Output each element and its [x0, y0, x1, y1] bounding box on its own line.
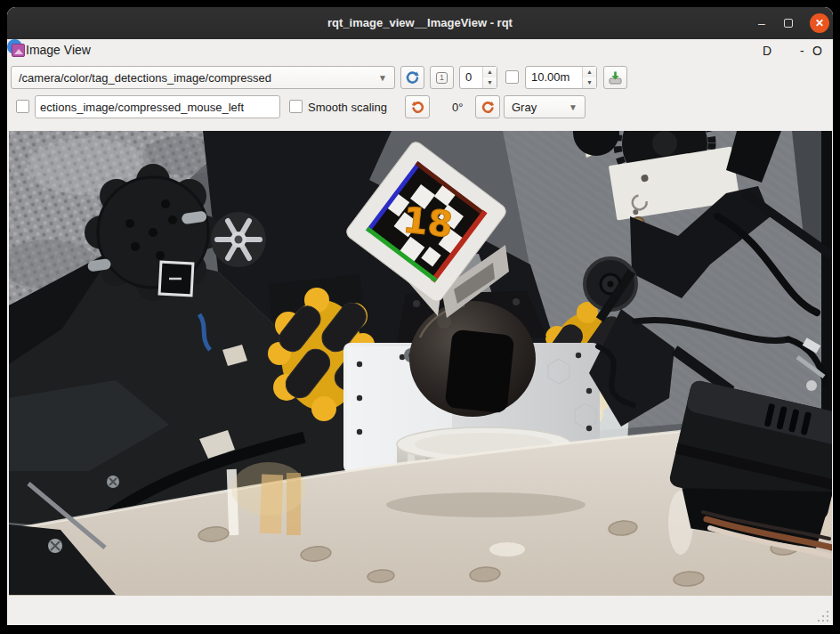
toolbar-row-1: /camera/color/tag_detections_image/compr… [7, 64, 833, 91]
camera-image-canvas[interactable]: 18 [9, 131, 832, 596]
smooth-scaling-checkbox[interactable] [289, 100, 303, 113]
refresh-icon [405, 70, 420, 85]
num-gridlines-spinbox[interactable]: 0 ▲▼ [459, 66, 497, 89]
zoom-100-button[interactable]: 1 [430, 66, 454, 89]
rotate-ccw-button[interactable] [405, 95, 430, 118]
rotate-cw-button[interactable] [475, 95, 500, 118]
save-image-icon [608, 70, 623, 85]
smooth-scaling-label: Smooth scaling [308, 101, 387, 114]
rqt-window: rqt_image_view__ImageView - rqt – ✕ Imag… [7, 7, 833, 625]
minimize-button[interactable]: – [751, 7, 772, 39]
spin-down-button[interactable]: ▼ [483, 77, 497, 88]
color-scheme-value: Gray [512, 101, 563, 114]
plugin-minimize-button[interactable]: - [800, 42, 804, 60]
rotate-cw-icon [481, 100, 496, 115]
dynamic-range-checkbox[interactable] [505, 70, 519, 84]
close-icon: ✕ [810, 13, 829, 33]
max-range-spinbox[interactable]: 10.00m ▲▼ [525, 66, 597, 89]
window-title: rqt_image_view__ImageView - rqt [7, 7, 833, 39]
square-marker [159, 262, 193, 296]
tag-id-overlay: 18 [401, 199, 455, 245]
maximize-icon [784, 19, 793, 28]
max-range-value: 10.00m [526, 67, 582, 88]
minimize-icon: – [758, 16, 765, 30]
plugin-close-button[interactable]: O [812, 42, 822, 60]
plugin-detach-button[interactable]: D [763, 42, 771, 60]
refresh-topics-button[interactable] [400, 66, 424, 89]
plugin-title: Image View [26, 43, 91, 57]
maximize-button[interactable] [778, 7, 799, 39]
star-coupler [211, 212, 266, 267]
zoom-100-icon: 1 [436, 72, 448, 84]
color-scheme-dropdown[interactable]: Gray ▼ [504, 95, 586, 118]
toolbar-row-2: Smooth scaling 0° Gray ▼ [7, 93, 833, 120]
rotate-ccw-icon [410, 100, 425, 115]
publish-mouse-click-checkbox[interactable] [16, 100, 29, 113]
num-gridlines-value: 0 [460, 67, 482, 88]
spin-up-button[interactable]: ▲ [583, 67, 596, 77]
chevron-down-icon: ▼ [569, 102, 578, 112]
topic-dropdown-value: /camera/color/tag_detections_image/compr… [19, 71, 373, 85]
image-view-plugin-icon [12, 44, 25, 57]
topic-dropdown[interactable]: /camera/color/tag_detections_image/compr… [11, 66, 395, 89]
close-button[interactable]: ✕ [806, 7, 833, 39]
resize-grip[interactable] [818, 611, 828, 622]
plugin-header: Image View D ? - O [7, 39, 833, 64]
rotation-angle-label: 0° [452, 101, 463, 114]
sprocket-wheel [85, 164, 222, 301]
spin-down-button[interactable]: ▼ [583, 77, 596, 88]
title-bar[interactable]: rqt_image_view__ImageView - rqt – ✕ [7, 7, 833, 39]
chevron-down-icon: ▼ [378, 73, 387, 83]
camera-image: 18 [9, 131, 832, 596]
spin-up-button[interactable]: ▲ [483, 67, 497, 77]
mouse-topic-input[interactable] [35, 95, 280, 118]
save-image-button[interactable] [603, 66, 627, 89]
